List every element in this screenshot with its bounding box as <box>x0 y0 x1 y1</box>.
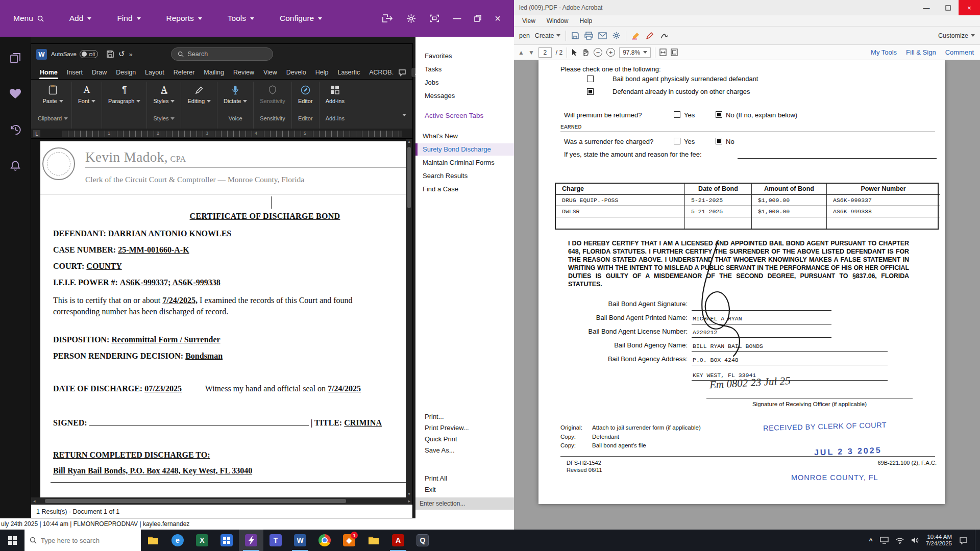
fill-sign-link[interactable]: Fill & Sign <box>906 48 936 56</box>
menu-button[interactable]: Menu <box>13 14 44 23</box>
pdf-canvas[interactable]: Please check one of the following: Bail … <box>514 60 980 530</box>
fee-yes-checkbox[interactable] <box>674 138 680 144</box>
sidebar-link-messages[interactable]: Messages <box>425 92 455 99</box>
hand-tool-icon[interactable] <box>582 48 590 56</box>
tray-expand-icon[interactable]: ^ <box>869 537 873 544</box>
editing-button[interactable]: Editing <box>185 82 213 113</box>
fit-width-icon[interactable] <box>659 48 667 56</box>
table-cell-empty[interactable] <box>752 217 827 229</box>
highlight-tool-icon[interactable] <box>631 32 641 40</box>
dictate-button[interactable]: Dictate <box>221 82 250 113</box>
my-tools-link[interactable]: My Tools <box>871 48 897 56</box>
word-horizontal-scrollbar[interactable]: ◂▸ <box>31 497 412 505</box>
taskbar-app-file-explorer[interactable] <box>141 530 165 551</box>
sidebar-link-jobs[interactable]: Jobs <box>425 79 438 86</box>
zoom-level-select[interactable]: 97.8% <box>619 47 651 58</box>
comments-icon[interactable] <box>398 69 406 77</box>
minimize-icon[interactable]: — <box>916 0 937 15</box>
addins-button[interactable]: Add-ins <box>323 82 347 113</box>
draw-tool-icon[interactable] <box>646 32 655 40</box>
sidebar-tab-whats-new[interactable]: What's New <box>415 130 514 142</box>
tab-design[interactable]: Design <box>111 66 140 79</box>
sidebar-tab-search-results[interactable]: Search Results <box>415 170 514 182</box>
checkbox-in-custody[interactable] <box>587 88 594 95</box>
fee-no-checkbox[interactable] <box>716 138 722 144</box>
taskbar-app-teams[interactable]: T <box>263 530 288 551</box>
styles-button[interactable]: A Styles <box>151 82 177 113</box>
network-icon[interactable] <box>896 537 904 544</box>
create-button[interactable]: Create <box>535 32 561 39</box>
agency-name-value[interactable]: BILL RYAN BAIL BONDS <box>693 343 763 349</box>
sensitivity-button[interactable]: Sensitivity <box>257 82 288 113</box>
tab-developer[interactable]: Develo <box>282 66 311 79</box>
pdf-page[interactable]: Please check one of the following: Bail … <box>538 60 945 504</box>
table-cell-empty[interactable] <box>827 217 940 229</box>
close-icon[interactable]: × <box>959 0 980 15</box>
table-cell[interactable]: 5-21-2025 <box>685 195 752 206</box>
table-cell[interactable]: DWLSR <box>556 206 685 217</box>
tab-stop-selector[interactable]: L <box>33 130 40 137</box>
tab-references[interactable]: Referer <box>169 66 200 79</box>
agent-signature-line[interactable] <box>692 310 831 311</box>
copy-pages-icon[interactable] <box>9 52 21 64</box>
tab-acrobat[interactable]: ACROB. <box>364 66 398 79</box>
taskbar-app-word[interactable]: W <box>288 530 312 551</box>
maximize-icon[interactable] <box>937 0 959 15</box>
menu-reports[interactable]: Reports <box>166 14 202 23</box>
customize-button[interactable]: Customize <box>938 32 975 39</box>
agency-address-value[interactable]: P.O. BOX 4248 <box>693 357 739 363</box>
taskbar-app-edge[interactable]: e <box>165 530 190 551</box>
save-icon[interactable] <box>571 32 579 40</box>
premium-explanation-value[interactable]: EARNED <box>560 123 581 130</box>
show-desktop-button[interactable] <box>975 530 977 551</box>
word-page[interactable]: Kevin Madok, CPA Clerk of the Circuit Co… <box>40 141 412 497</box>
menu-configure[interactable]: Configure <box>280 14 322 23</box>
sidebar-quick-print[interactable]: Quick Print <box>425 435 457 443</box>
premium-yes-checkbox[interactable] <box>674 111 680 118</box>
display-icon[interactable] <box>880 537 889 544</box>
paragraph-button[interactable]: ¶ Paragraph <box>106 82 143 113</box>
restore-icon[interactable] <box>474 15 481 22</box>
sidebar-link-tasks[interactable]: Tasks <box>425 65 442 73</box>
tab-view[interactable]: View <box>259 66 282 79</box>
focus-mode-icon[interactable] <box>429 14 439 23</box>
taskbar-app-folder[interactable] <box>361 530 386 551</box>
print-icon[interactable] <box>584 32 593 40</box>
sidebar-tab-find-a-case[interactable]: Find a Case <box>415 183 514 195</box>
table-cell-empty[interactable] <box>685 217 752 229</box>
sidebar-save-as[interactable]: Save As... <box>425 446 455 454</box>
sidebar-tab-surety-bond-discharge[interactable]: Surety Bond Discharge <box>415 143 514 156</box>
sidebar-print-preview[interactable]: Print Preview... <box>425 424 469 432</box>
autosave-toggle[interactable]: Off <box>80 50 98 58</box>
page-up-icon[interactable]: ▲ <box>518 49 524 56</box>
receiving-officer-line[interactable] <box>706 398 913 398</box>
start-button[interactable] <box>0 530 24 551</box>
heart-icon[interactable] <box>9 88 22 100</box>
taskbar-app-case-app[interactable] <box>239 530 263 551</box>
table-cell[interactable]: $1,000.00 <box>752 206 827 217</box>
table-cell-empty[interactable] <box>556 217 685 229</box>
table-cell[interactable]: 5-21-2025 <box>685 206 752 217</box>
taskbar-app-misc[interactable]: Q <box>410 530 435 551</box>
tab-insert[interactable]: Insert <box>62 66 87 79</box>
page-number-input[interactable]: 2 <box>538 47 552 58</box>
tab-layout[interactable]: Layout <box>140 66 169 79</box>
email-icon[interactable] <box>598 32 607 39</box>
acrobat-titlebar[interactable]: led (009).PDF - Adobe Acrobat — × <box>514 0 980 15</box>
taskbar-clock[interactable]: 10:44 AM 7/24/2025 <box>926 534 952 547</box>
fit-page-icon[interactable] <box>671 48 678 56</box>
menu-add[interactable]: Add <box>69 14 92 23</box>
tab-mailings[interactable]: Mailing <box>199 66 229 79</box>
action-center-icon[interactable] <box>959 537 968 544</box>
close-icon[interactable]: × <box>495 13 501 23</box>
undo-icon[interactable]: ↺ <box>118 49 125 59</box>
group-label-clipboard[interactable]: Clipboard <box>38 113 68 123</box>
paste-button[interactable]: Paste <box>40 82 65 113</box>
menu-find[interactable]: Find <box>117 14 140 23</box>
menu-view[interactable]: View <box>522 17 535 24</box>
tab-help[interactable]: Help <box>311 66 333 79</box>
menu-tools[interactable]: Tools <box>228 14 254 23</box>
printed-name-value[interactable]: MICHAEL A RYAN <box>693 315 742 322</box>
settings-gear-icon[interactable] <box>612 31 621 40</box>
export-icon[interactable] <box>382 14 393 23</box>
